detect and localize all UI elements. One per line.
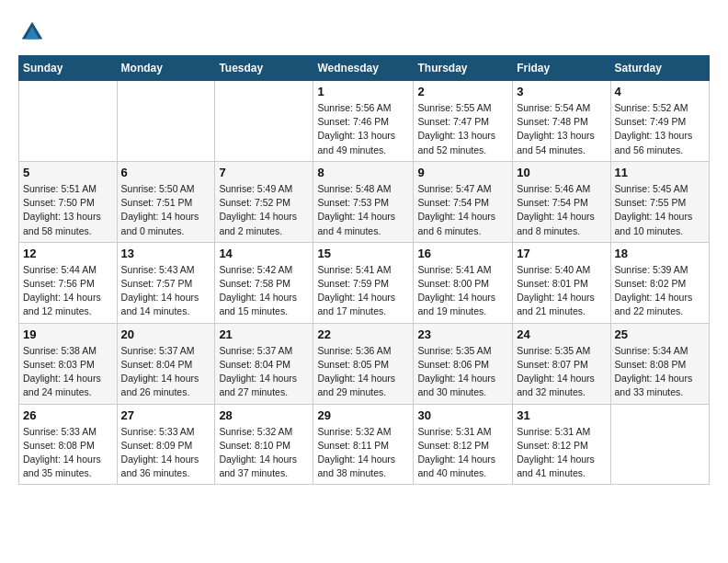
day-info: Sunrise: 5:37 AM Sunset: 8:04 PM Dayligh… bbox=[219, 344, 309, 400]
calendar-day-14: 14Sunrise: 5:42 AM Sunset: 7:58 PM Dayli… bbox=[215, 242, 313, 323]
calendar-day-19: 19Sunrise: 5:38 AM Sunset: 8:03 PM Dayli… bbox=[19, 323, 118, 404]
day-number: 27 bbox=[121, 408, 211, 422]
day-number: 16 bbox=[417, 247, 508, 260]
calendar-day-21: 21Sunrise: 5:37 AM Sunset: 8:04 PM Dayli… bbox=[215, 323, 313, 404]
day-number: 29 bbox=[317, 408, 409, 422]
day-number: 3 bbox=[517, 85, 606, 98]
day-info: Sunrise: 5:36 AM Sunset: 8:05 PM Dayligh… bbox=[317, 344, 409, 400]
day-info: Sunrise: 5:50 AM Sunset: 7:51 PM Dayligh… bbox=[121, 182, 211, 238]
weekday-header-thursday: Thursday bbox=[414, 56, 513, 81]
day-info: Sunrise: 5:44 AM Sunset: 7:56 PM Dayligh… bbox=[23, 263, 113, 319]
calendar-body: 1Sunrise: 5:56 AM Sunset: 7:46 PM Daylig… bbox=[19, 81, 710, 485]
calendar-day-15: 15Sunrise: 5:41 AM Sunset: 7:59 PM Dayli… bbox=[313, 242, 414, 323]
calendar-day-23: 23Sunrise: 5:35 AM Sunset: 8:06 PM Dayli… bbox=[414, 323, 513, 404]
calendar-day-8: 8Sunrise: 5:48 AM Sunset: 7:53 PM Daylig… bbox=[313, 161, 414, 242]
day-info: Sunrise: 5:54 AM Sunset: 7:48 PM Dayligh… bbox=[517, 101, 606, 157]
calendar-header: SundayMondayTuesdayWednesdayThursdayFrid… bbox=[19, 56, 710, 81]
calendar-day-4: 4Sunrise: 5:52 AM Sunset: 7:49 PM Daylig… bbox=[610, 81, 709, 162]
day-info: Sunrise: 5:35 AM Sunset: 8:06 PM Dayligh… bbox=[417, 344, 508, 400]
day-info: Sunrise: 5:31 AM Sunset: 8:12 PM Dayligh… bbox=[517, 425, 606, 481]
calendar-day-1: 1Sunrise: 5:56 AM Sunset: 7:46 PM Daylig… bbox=[313, 81, 414, 162]
day-number: 20 bbox=[121, 327, 211, 341]
day-number: 13 bbox=[121, 247, 211, 260]
weekday-header-sunday: Sunday bbox=[19, 56, 118, 81]
day-info: Sunrise: 5:56 AM Sunset: 7:46 PM Dayligh… bbox=[317, 101, 409, 157]
calendar-day-24: 24Sunrise: 5:35 AM Sunset: 8:07 PM Dayli… bbox=[513, 323, 610, 404]
calendar-week-row: 19Sunrise: 5:38 AM Sunset: 8:03 PM Dayli… bbox=[19, 323, 710, 404]
day-info: Sunrise: 5:32 AM Sunset: 8:10 PM Dayligh… bbox=[219, 425, 309, 481]
day-info: Sunrise: 5:41 AM Sunset: 8:00 PM Dayligh… bbox=[417, 263, 508, 319]
day-info: Sunrise: 5:47 AM Sunset: 7:54 PM Dayligh… bbox=[417, 182, 508, 238]
day-number: 15 bbox=[317, 247, 409, 260]
calendar-week-row: 12Sunrise: 5:44 AM Sunset: 7:56 PM Dayli… bbox=[19, 242, 710, 323]
calendar-day-18: 18Sunrise: 5:39 AM Sunset: 8:02 PM Dayli… bbox=[610, 242, 709, 323]
day-info: Sunrise: 5:40 AM Sunset: 8:01 PM Dayligh… bbox=[517, 263, 606, 319]
calendar-day-3: 3Sunrise: 5:54 AM Sunset: 7:48 PM Daylig… bbox=[513, 81, 610, 162]
day-number: 2 bbox=[417, 85, 508, 98]
day-number: 23 bbox=[417, 327, 508, 341]
weekday-header-wednesday: Wednesday bbox=[313, 56, 414, 81]
day-info: Sunrise: 5:31 AM Sunset: 8:12 PM Dayligh… bbox=[417, 425, 508, 481]
calendar-day-10: 10Sunrise: 5:46 AM Sunset: 7:54 PM Dayli… bbox=[513, 161, 610, 242]
calendar-day-11: 11Sunrise: 5:45 AM Sunset: 7:55 PM Dayli… bbox=[610, 161, 709, 242]
day-info: Sunrise: 5:34 AM Sunset: 8:08 PM Dayligh… bbox=[615, 344, 705, 400]
page-header bbox=[18, 18, 710, 46]
calendar-empty-cell bbox=[117, 81, 215, 162]
day-number: 9 bbox=[417, 166, 508, 179]
calendar-day-16: 16Sunrise: 5:41 AM Sunset: 8:00 PM Dayli… bbox=[414, 242, 513, 323]
day-number: 17 bbox=[517, 247, 606, 260]
calendar-table: SundayMondayTuesdayWednesdayThursdayFrid… bbox=[18, 55, 710, 485]
day-info: Sunrise: 5:55 AM Sunset: 7:47 PM Dayligh… bbox=[417, 101, 508, 157]
day-info: Sunrise: 5:46 AM Sunset: 7:54 PM Dayligh… bbox=[517, 182, 606, 238]
calendar-week-row: 5Sunrise: 5:51 AM Sunset: 7:50 PM Daylig… bbox=[19, 161, 710, 242]
weekday-header-monday: Monday bbox=[117, 56, 215, 81]
day-info: Sunrise: 5:37 AM Sunset: 8:04 PM Dayligh… bbox=[121, 344, 211, 400]
logo-icon bbox=[18, 18, 46, 46]
day-info: Sunrise: 5:33 AM Sunset: 8:08 PM Dayligh… bbox=[23, 425, 113, 481]
calendar-day-20: 20Sunrise: 5:37 AM Sunset: 8:04 PM Dayli… bbox=[117, 323, 215, 404]
day-number: 22 bbox=[317, 327, 409, 341]
calendar-week-row: 1Sunrise: 5:56 AM Sunset: 7:46 PM Daylig… bbox=[19, 81, 710, 162]
calendar-day-2: 2Sunrise: 5:55 AM Sunset: 7:47 PM Daylig… bbox=[414, 81, 513, 162]
day-number: 11 bbox=[615, 166, 705, 179]
day-number: 28 bbox=[219, 408, 309, 422]
calendar-day-7: 7Sunrise: 5:49 AM Sunset: 7:52 PM Daylig… bbox=[215, 161, 313, 242]
day-number: 24 bbox=[517, 327, 606, 341]
calendar-day-6: 6Sunrise: 5:50 AM Sunset: 7:51 PM Daylig… bbox=[117, 161, 215, 242]
calendar-day-13: 13Sunrise: 5:43 AM Sunset: 7:57 PM Dayli… bbox=[117, 242, 215, 323]
day-info: Sunrise: 5:32 AM Sunset: 8:11 PM Dayligh… bbox=[317, 425, 409, 481]
calendar-day-26: 26Sunrise: 5:33 AM Sunset: 8:08 PM Dayli… bbox=[19, 404, 118, 485]
calendar-day-30: 30Sunrise: 5:31 AM Sunset: 8:12 PM Dayli… bbox=[414, 404, 513, 485]
calendar-day-9: 9Sunrise: 5:47 AM Sunset: 7:54 PM Daylig… bbox=[414, 161, 513, 242]
day-info: Sunrise: 5:39 AM Sunset: 8:02 PM Dayligh… bbox=[615, 263, 705, 319]
weekday-header-row: SundayMondayTuesdayWednesdayThursdayFrid… bbox=[19, 56, 710, 81]
day-info: Sunrise: 5:49 AM Sunset: 7:52 PM Dayligh… bbox=[219, 182, 309, 238]
calendar-day-31: 31Sunrise: 5:31 AM Sunset: 8:12 PM Dayli… bbox=[513, 404, 610, 485]
calendar-day-27: 27Sunrise: 5:33 AM Sunset: 8:09 PM Dayli… bbox=[117, 404, 215, 485]
calendar-day-25: 25Sunrise: 5:34 AM Sunset: 8:08 PM Dayli… bbox=[610, 323, 709, 404]
day-info: Sunrise: 5:45 AM Sunset: 7:55 PM Dayligh… bbox=[615, 182, 705, 238]
calendar-week-row: 26Sunrise: 5:33 AM Sunset: 8:08 PM Dayli… bbox=[19, 404, 710, 485]
day-number: 7 bbox=[219, 166, 309, 179]
day-info: Sunrise: 5:48 AM Sunset: 7:53 PM Dayligh… bbox=[317, 182, 409, 238]
day-number: 31 bbox=[517, 408, 606, 422]
day-number: 26 bbox=[23, 408, 113, 422]
day-number: 14 bbox=[219, 247, 309, 260]
weekday-header-tuesday: Tuesday bbox=[215, 56, 313, 81]
calendar-empty-cell bbox=[215, 81, 313, 162]
day-info: Sunrise: 5:42 AM Sunset: 7:58 PM Dayligh… bbox=[219, 263, 309, 319]
weekday-header-saturday: Saturday bbox=[610, 56, 709, 81]
day-info: Sunrise: 5:38 AM Sunset: 8:03 PM Dayligh… bbox=[23, 344, 113, 400]
calendar-day-5: 5Sunrise: 5:51 AM Sunset: 7:50 PM Daylig… bbox=[19, 161, 118, 242]
day-info: Sunrise: 5:43 AM Sunset: 7:57 PM Dayligh… bbox=[121, 263, 211, 319]
calendar-day-12: 12Sunrise: 5:44 AM Sunset: 7:56 PM Dayli… bbox=[19, 242, 118, 323]
day-number: 30 bbox=[417, 408, 508, 422]
day-info: Sunrise: 5:51 AM Sunset: 7:50 PM Dayligh… bbox=[23, 182, 113, 238]
weekday-header-friday: Friday bbox=[513, 56, 610, 81]
logo bbox=[18, 18, 50, 46]
day-number: 8 bbox=[317, 166, 409, 179]
day-number: 5 bbox=[23, 166, 113, 179]
calendar-empty-cell bbox=[19, 81, 118, 162]
day-number: 1 bbox=[317, 85, 409, 98]
calendar-day-29: 29Sunrise: 5:32 AM Sunset: 8:11 PM Dayli… bbox=[313, 404, 414, 485]
